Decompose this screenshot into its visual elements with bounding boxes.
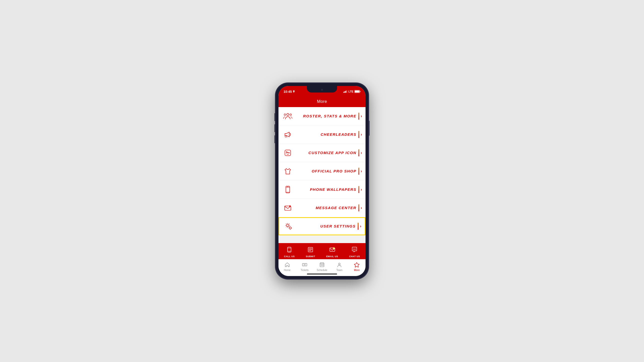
menu-item-settings[interactable]: USER SETTINGS › [278,217,366,235]
svg-point-39 [304,264,305,265]
status-bar: 10:45 LTE [278,86,366,97]
svg-point-37 [355,249,356,250]
svg-point-18 [288,193,288,193]
svg-rect-45 [322,265,323,265]
pipe-icon [358,113,359,120]
chevron-icon: › [361,132,362,137]
svg-rect-24 [288,247,291,252]
menu-item-customize[interactable]: CUSTOMIZE APP ICON › [278,144,366,162]
cheerleaders-label: CHEERLEADERS [294,132,358,137]
pipe-icon [358,131,359,138]
nav-home[interactable]: Home [280,261,294,272]
pipe-icon [358,186,359,193]
svg-text:@: @ [333,248,334,249]
customize-label: CUSTOMIZE APP ICON [294,151,358,155]
cheerleaders-arrow: › [358,131,362,138]
pipe-icon [358,204,359,211]
menu-item-message[interactable]: MESSAGE CENTER › [278,199,366,217]
wallpapers-label: PHONE WALLPAPERS [294,187,358,192]
pipe-icon [358,149,359,156]
svg-rect-5 [360,91,360,92]
nav-team[interactable]: Team [332,261,346,272]
svg-point-8 [284,114,286,116]
battery-icon [354,90,360,93]
settings-arrow: › [358,223,361,230]
roster-label: ROSTER, STATS & MORE [294,114,358,118]
svg-marker-10 [285,132,289,137]
menu-item-roster[interactable]: ROSTER, STATS & MORE › [278,107,366,125]
people-group-icon [282,110,294,122]
svg-point-14 [286,151,287,152]
envelope-icon [282,202,294,214]
svg-point-22 [287,224,289,227]
phone-device: 10:45 LTE [275,83,369,279]
svg-point-7 [287,113,289,116]
svg-rect-38 [302,263,307,266]
network-label: LTE [348,90,353,93]
support-chat[interactable]: CHAT US [349,245,360,258]
status-icons: LTE [343,90,360,93]
email-icon: @ [328,245,337,254]
home-indicator [278,273,366,276]
svg-point-21 [289,205,291,207]
menu-item-wallpapers[interactable]: PHONE WALLPAPERS › [278,180,366,199]
wallpapers-arrow: › [358,186,362,193]
email-label: EMAIL US [326,255,338,258]
svg-point-47 [339,263,340,265]
chevron-icon: › [361,114,362,118]
message-arrow: › [358,204,362,211]
gear-icon [283,220,294,232]
page-title: More [317,99,327,104]
nav-schedule[interactable]: Schedule [315,261,329,272]
menu-item-proshop[interactable]: OFFICIAL PRO SHOP › [278,162,366,180]
nav-tickets[interactable]: Tickets [298,261,312,272]
support-email[interactable]: @ EMAIL US [326,245,338,258]
tickets-nav-icon [301,261,308,268]
support-call[interactable]: CALL US [284,245,295,258]
chevron-icon: › [361,187,362,192]
team-nav-label: Team [336,269,342,272]
home-nav-label: Home [284,269,291,272]
phone-screen: 10:45 LTE [278,86,366,276]
chevron-icon: › [361,151,362,155]
svg-point-9 [290,114,292,116]
chevron-icon: › [360,224,361,229]
svg-rect-44 [321,265,321,265]
app-header: More [278,97,366,107]
notch [307,86,337,93]
proshop-arrow: › [358,168,362,175]
svg-rect-0 [343,92,344,93]
menu-item-cheerleaders[interactable]: CHEERLEADERS › [278,125,366,144]
svg-point-36 [354,249,355,250]
chevron-icon: › [361,206,362,210]
nav-more[interactable]: More [350,261,364,272]
svg-rect-1 [344,91,345,93]
tickets-nav-label: Tickets [301,269,308,272]
phone-wallpaper-icon [282,184,294,195]
support-submit[interactable]: SUBMIT [306,245,315,258]
more-nav-icon [353,261,360,268]
location-icon [293,90,295,93]
pipe-icon [358,223,358,230]
submit-label: SUBMIT [306,255,315,258]
support-bar: CALL US SUBMIT [278,243,366,259]
tshirt-icon [282,165,294,177]
chat-icon [350,245,359,254]
pipe-icon [358,168,359,175]
front-camera [321,89,323,91]
menu-list: ROSTER, STATS & MORE › [278,107,366,243]
roster-arrow: › [358,113,362,120]
call-label: CALL US [284,255,295,258]
svg-point-35 [353,249,354,250]
megaphone-icon [282,129,294,140]
chat-label: CHAT US [349,255,360,258]
svg-rect-6 [355,90,359,93]
message-label: MESSAGE CENTER [294,206,358,210]
svg-rect-46 [323,265,324,265]
status-time: 10:45 [284,90,295,94]
schedule-nav-label: Schedule [317,269,327,272]
schedule-nav-icon [319,261,325,268]
submit-icon [306,245,315,254]
svg-rect-15 [286,186,290,193]
chevron-icon: › [361,169,362,173]
